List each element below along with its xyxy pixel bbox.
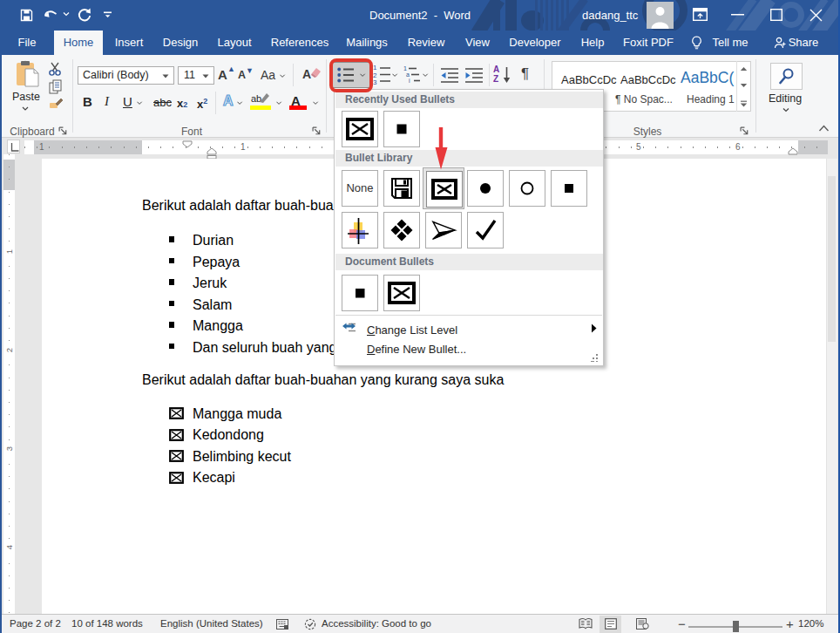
- svg-text:a: a: [406, 71, 410, 78]
- svg-text:i: i: [409, 78, 410, 84]
- svg-text:1: 1: [403, 65, 407, 71]
